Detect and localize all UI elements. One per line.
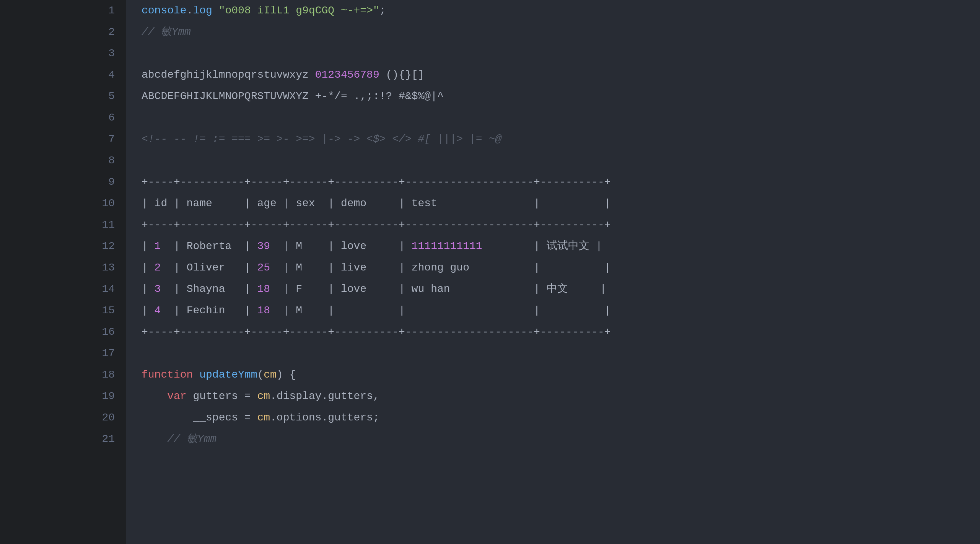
code-line-11: +----+----------+-----+------+----------… <box>142 214 980 236</box>
code-line-18: function updateYmm(cm) { <box>142 364 980 386</box>
code-line-21: // 敏Ymm <box>142 428 980 450</box>
code-line-6 <box>142 107 980 129</box>
line-num-16: 16 <box>0 321 126 343</box>
line-num-1: 1 <box>0 0 126 21</box>
code-line-12: | 1 | Roberta | 39 | M | love | 11111111… <box>142 236 980 257</box>
code-line-1: console.log "o008 iIlL1 g9qCGQ ~-+=>"; <box>142 0 980 21</box>
code-line-17 <box>142 343 980 364</box>
code-line-14: | 3 | Shayna | 18 | F | love | wu han | … <box>142 279 980 300</box>
line-num-3: 3 <box>0 43 126 64</box>
code-line-19: var gutters = cm.display.gutters, <box>142 386 980 407</box>
line-num-9: 9 <box>0 171 126 193</box>
code-line-4: abcdefghijklmnopqrstuvwxyz 0123456789 ()… <box>142 64 980 86</box>
line-num-11: 11 <box>0 214 126 236</box>
code-line-20: __specs = cm.options.gutters; <box>142 407 980 428</box>
code-line-15: | 4 | Fechin | 18 | M | | | | <box>142 300 980 321</box>
line-num-19: 19 <box>0 386 126 407</box>
line-num-6: 6 <box>0 107 126 129</box>
line-num-14: 14 <box>0 279 126 300</box>
code-line-16: +----+----------+-----+------+----------… <box>142 321 980 343</box>
line-num-21: 21 <box>0 428 126 450</box>
line-num-17: 17 <box>0 343 126 364</box>
line-num-5: 5 <box>0 86 126 107</box>
code-line-8 <box>142 150 980 171</box>
line-num-4: 4 <box>0 64 126 86</box>
code-editor[interactable]: console.log "o008 iIlL1 g9qCGQ ~-+=>"; /… <box>126 0 980 544</box>
line-num-8: 8 <box>0 150 126 171</box>
line-num-10: 10 <box>0 193 126 214</box>
code-line-7: <!-- -- != := === >= >- >=> |-> -> <$> <… <box>142 129 980 150</box>
code-line-3 <box>142 43 980 64</box>
line-num-18: 18 <box>0 364 126 386</box>
line-num-15: 15 <box>0 300 126 321</box>
line-num-7: 7 <box>0 129 126 150</box>
code-line-9: +----+----------+-----+------+----------… <box>142 171 980 193</box>
code-line-5: ABCDEFGHIJKLMNOPQRSTUVWXYZ +-*/= .,;:!? … <box>142 86 980 107</box>
code-line-10: | id | name | age | sex | demo | test | … <box>142 193 980 214</box>
line-num-20: 20 <box>0 407 126 428</box>
code-line-2: // 敏Ymm <box>142 21 980 43</box>
line-num-13: 13 <box>0 257 126 279</box>
line-numbers-gutter: 1 2 3 4 5 6 7 8 9 10 11 12 13 14 15 16 1… <box>0 0 126 544</box>
code-line-13: | 2 | Oliver | 25 | M | live | zhong guo… <box>142 257 980 279</box>
line-num-12: 12 <box>0 236 126 257</box>
line-num-2: 2 <box>0 21 126 43</box>
